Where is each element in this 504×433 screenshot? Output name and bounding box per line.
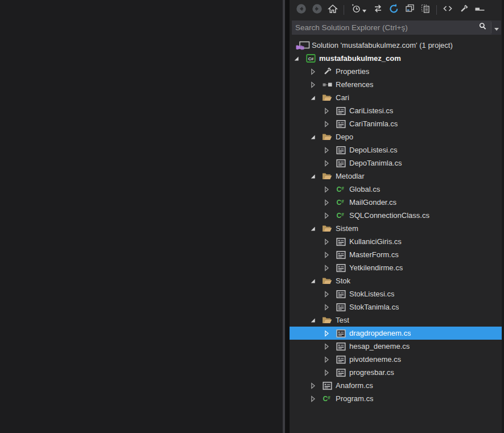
tree-item-carilistesi-cs[interactable]: CariListesi.cs [290,104,502,117]
chevron-collapsed-icon[interactable] [322,263,336,273]
tree-item-hesap-deneme-cs[interactable]: hesap_deneme.cs [290,340,502,353]
winform-icon [336,355,346,364]
tree-item-sqlconnectionclass-cs[interactable]: C#SQLConnectionClass.cs [290,209,502,222]
pending-changes-filter-button[interactable] [348,3,369,17]
tree-item-label: hesap_deneme.cs [349,342,410,350]
csharp-file-icon: C# [336,211,346,220]
collapse-all-button[interactable] [403,3,416,17]
tree-item-pivotdeneme-cs[interactable]: pivotdeneme.cs [290,353,502,366]
dropdown-caret-icon [362,5,366,15]
forward-button[interactable] [310,3,324,17]
solution-tree: Solution 'mustafabukulmez.com' (1 projec… [290,39,502,405]
chevron-expanded-icon[interactable] [308,93,322,102]
tree-item-mustafabukulmez-com[interactable]: C#mustafabukulmez_com [290,52,502,65]
properties-button[interactable] [457,3,470,17]
svg-text:#: # [341,212,344,217]
tree-item-label: Metodlar [336,172,365,180]
tree-item-references[interactable]: References [290,78,502,91]
tree-item-label: progresbar.cs [349,368,394,377]
tree-item-sistem[interactable]: Sistem [290,222,502,235]
tree-item-label: Solution 'mustafabukulmez.com' (1 projec… [312,41,453,50]
chevron-collapsed-icon[interactable] [322,185,336,194]
chevron-collapsed-icon[interactable] [322,146,336,155]
tree-item-stoklistesi-cs[interactable]: StokListesi.cs [290,287,502,300]
tree-item-mailgonder-cs[interactable]: C#MailGonder.cs [290,196,502,209]
winform-icon [336,237,346,246]
folder-open-icon [322,224,332,233]
tree-item-label: Sistem [336,224,358,233]
chevron-collapsed-icon[interactable] [322,368,336,377]
folder-open-icon [322,277,332,286]
tree-item-depo[interactable]: Depo [290,130,502,143]
tree-item-stok[interactable]: Stok [290,274,502,287]
preview-selected-items-button[interactable] [473,3,486,17]
chevron-expanded-icon[interactable] [308,277,322,286]
tree-item-label: CariTanimla.cs [349,119,398,128]
tree-item-label: Stok [336,277,350,285]
tree-item-global-cs[interactable]: C#Global.cs [290,183,502,196]
tree-item-caritanimla-cs[interactable]: CariTanimla.cs [290,117,502,130]
chevron-collapsed-icon[interactable] [322,303,336,312]
refresh-icon [389,3,399,17]
chevron-expanded-icon[interactable] [292,54,305,63]
svg-text:C#: C# [308,56,313,61]
tree-item-program-cs[interactable]: C#Program.cs [290,392,502,405]
chevron-collapsed-icon[interactable] [308,394,322,403]
chevron-collapsed-icon[interactable] [322,106,336,116]
tree-item-progresbar-cs[interactable]: progresbar.cs [290,366,502,379]
folder-open-icon [322,93,332,102]
folder-open-icon [322,133,332,142]
tree-item-depotanimla-cs[interactable]: DepoTanimla.cs [290,156,502,170]
chevron-collapsed-icon[interactable] [308,381,322,390]
chevron-collapsed-icon[interactable] [322,355,336,364]
chevron-collapsed-icon[interactable] [322,250,336,259]
toolbar-separator [344,5,344,15]
tree-item-yetkilendirme-cs[interactable]: Yetkilendirme.cs [290,261,502,274]
tree-item-solution-mustafabukulmez-com-1-project-[interactable]: Solution 'mustafabukulmez.com' (1 projec… [290,39,502,52]
chevron-collapsed-icon[interactable] [308,80,322,89]
tree-item-label: Anaform.cs [336,381,373,390]
chevron-collapsed-icon[interactable] [322,159,336,168]
tree-item-label: KullaniciGiris.cs [349,237,402,246]
properties-icon [322,67,332,76]
view-code-button[interactable] [441,3,455,17]
chevron-collapsed-icon[interactable] [322,342,336,351]
search-input[interactable] [292,20,474,35]
chevron-collapsed-icon[interactable] [322,198,336,207]
chevron-collapsed-icon[interactable] [322,119,336,129]
search-options-dropdown[interactable] [491,20,501,35]
tree-item-masterform-cs[interactable]: MasterForm.cs [290,248,502,261]
show-all-files-button[interactable] [419,3,432,17]
chevron-collapsed-icon[interactable] [322,211,336,220]
tree-item-label: Cari [336,93,349,102]
chevron-expanded-icon[interactable] [308,224,322,233]
refresh-button[interactable] [387,3,400,17]
references-icon [322,80,332,89]
folder-open-icon [322,172,332,181]
tree-item-label: DepoTanimla.cs [349,159,402,167]
search-button[interactable] [474,20,491,35]
tree-item-properties[interactable]: Properties [290,65,502,78]
tree-item-stoktanimla-cs[interactable]: StokTanimla.cs [290,300,502,314]
chevron-collapsed-icon[interactable] [322,290,336,299]
tree-item-test[interactable]: Test [290,314,502,327]
tree-item-anaform-cs[interactable]: Anaform.cs [290,379,502,392]
tree-item-label: SQLConnectionClass.cs [349,211,429,220]
chevron-expanded-icon[interactable] [308,316,322,325]
winform-icon [336,250,346,259]
chevron-collapsed-icon[interactable] [308,67,322,76]
solution-explorer-panel: Solution 'mustafabukulmez.com' (1 projec… [290,0,504,433]
chevron-collapsed-icon[interactable] [322,329,336,338]
chevron-expanded-icon[interactable] [308,172,322,181]
tree-item-kullanicigiris-cs[interactable]: KullaniciGiris.cs [290,235,502,248]
tree-item-cari[interactable]: Cari [290,91,502,104]
tree-item-metodlar[interactable]: Metodlar [290,170,502,183]
chevron-collapsed-icon[interactable] [322,237,336,246]
chevron-expanded-icon[interactable] [308,133,322,142]
back-button[interactable] [294,3,308,17]
home-button[interactable] [326,3,340,17]
sync-with-active-document-button[interactable] [371,3,385,17]
tree-item-depolistesi-cs[interactable]: DepoListesi.cs [290,143,502,156]
tree-item-label: MailGonder.cs [349,198,396,207]
tree-item-dragdropdenem-cs[interactable]: dragdropdenem.cs [290,327,502,340]
